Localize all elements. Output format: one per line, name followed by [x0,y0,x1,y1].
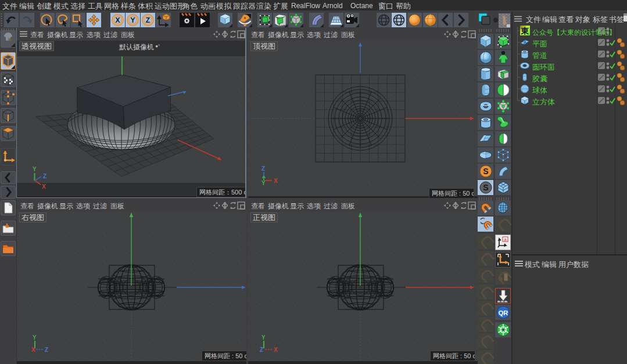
svg-text:S: S [483,183,488,192]
svg-text:Z: Z [260,347,263,353]
svg-text:X: X [31,347,35,353]
svg-text:Z: Z [45,347,48,353]
svg-text:Y: Y [261,180,266,186]
svg-text:S: S [483,167,488,176]
svg-text:X: X [274,178,278,184]
svg-text:Y: Y [261,334,266,341]
svg-text:X: X [42,183,46,190]
svg-text:Z: Z [146,16,150,24]
svg-text:Y: Y [33,334,37,341]
svg-text:Z: Z [261,165,265,172]
svg-text:Z: Z [43,173,46,179]
svg-text:QR: QR [498,309,508,316]
svg-text:Y: Y [33,166,37,172]
svg-text:X: X [274,347,278,353]
svg-text:Y: Y [130,16,135,24]
svg-text:a: a [504,237,507,242]
svg-text:X: X [115,16,120,24]
